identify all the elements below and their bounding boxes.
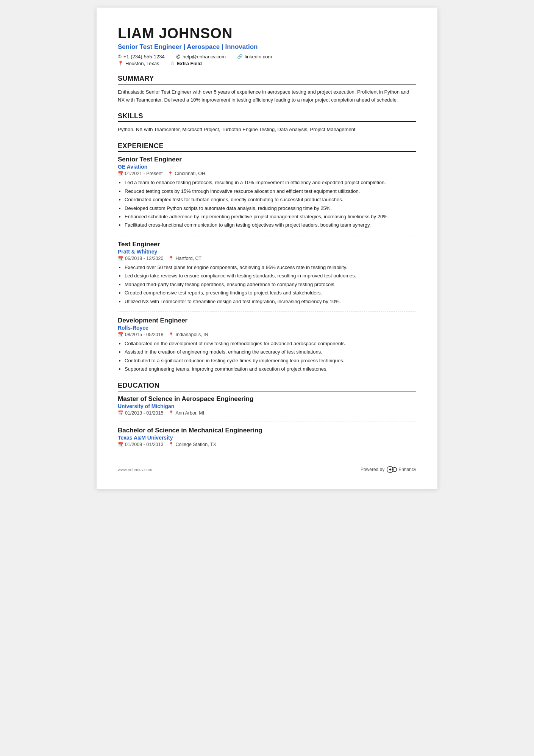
phone-item: ✆ +1-(234)-555-1234 bbox=[118, 54, 165, 59]
location-item: 📍 Houston, Texas bbox=[118, 61, 159, 66]
enhancv-logo: Enhancv bbox=[387, 466, 416, 473]
job-bullets: Executed over 50 test plans for engine c… bbox=[118, 263, 416, 305]
education-title: EDUCATION bbox=[118, 382, 416, 391]
bullet-item: Coordinated complex tests for turbofan e… bbox=[125, 196, 416, 203]
location-text: Houston, Texas bbox=[125, 61, 159, 66]
footer-website: www.enhancv.com bbox=[118, 467, 152, 472]
enhancv-icon bbox=[387, 466, 397, 473]
edu-school: Texas A&M University bbox=[118, 435, 416, 441]
extra-field-label: Extra Field bbox=[176, 61, 201, 66]
linkedin-url: linkedin.com bbox=[245, 54, 272, 59]
education-entry: Master of Science in Aerospace Engineeri… bbox=[118, 395, 416, 421]
skills-section: SKILLS Python, NX with Teamcenter, Micro… bbox=[118, 112, 416, 134]
experience-section: EXPERIENCE Senior Test Engineer GE Aviat… bbox=[118, 142, 416, 373]
location-pin-icon: 📍 bbox=[169, 332, 174, 337]
location-pin-icon: 📍 bbox=[169, 410, 174, 415]
bullet-item: Facilitated cross-functional communicati… bbox=[125, 221, 416, 229]
job-bullets: Collaborated on the development of new t… bbox=[118, 340, 416, 373]
summary-text: Enthusiastic Senior Test Engineer with o… bbox=[118, 88, 416, 104]
edu-degree: Bachelor of Science in Mechanical Engine… bbox=[118, 427, 416, 434]
contact-row-2: 📍 Houston, Texas ☆ Extra Field bbox=[118, 61, 416, 66]
location-pin-icon: 📍 bbox=[169, 442, 174, 447]
bullet-item: Assisted in the creation of engineering … bbox=[125, 348, 416, 356]
location-icon: 📍 bbox=[118, 61, 123, 66]
calendar-icon: 📅 bbox=[118, 410, 123, 416]
job-company: Rolls-Royce bbox=[118, 325, 416, 331]
job-location: 📍 Cincinnati, OH bbox=[168, 171, 205, 176]
edu-dates: 📅 01/2013 - 01/2015 bbox=[118, 410, 163, 416]
candidate-title: Senior Test Engineer | Aerospace | Innov… bbox=[118, 43, 416, 51]
powered-by-text: Powered by bbox=[361, 467, 384, 472]
job-meta: 📅 08/2015 - 05/2018 📍 Indianapolis, IN bbox=[118, 332, 416, 337]
star-icon: ☆ bbox=[170, 61, 175, 66]
bullet-item: Reduced testing costs by 15% through inn… bbox=[125, 187, 416, 195]
summary-title: SUMMARY bbox=[118, 75, 416, 85]
job-meta: 📅 06/2018 - 12/2020 📍 Hartford, CT bbox=[118, 256, 416, 261]
job-dates: 📅 08/2015 - 05/2018 bbox=[118, 332, 163, 337]
bullet-item: Supported engineering teams, improving c… bbox=[125, 365, 416, 373]
contact-row: ✆ +1-(234)-555-1234 @ help@enhancv.com 🔗… bbox=[118, 54, 416, 59]
edu-dates: 📅 01/2009 - 01/2013 bbox=[118, 442, 163, 447]
calendar-icon: 📅 bbox=[118, 256, 123, 261]
bullet-item: Led design take reviews to ensure compli… bbox=[125, 272, 416, 280]
extra-field-item: ☆ Extra Field bbox=[170, 61, 201, 66]
edu-meta: 📅 01/2009 - 01/2013 📍 College Station, T… bbox=[118, 442, 416, 447]
enhancv-brand: Enhancv bbox=[398, 467, 416, 472]
job-role: Development Engineer bbox=[118, 317, 416, 324]
header: LIAM JOHNSON Senior Test Engineer | Aero… bbox=[118, 26, 416, 66]
resume-page: LIAM JOHNSON Senior Test Engineer | Aero… bbox=[97, 8, 437, 489]
bullet-item: Developed custom Python scripts to autom… bbox=[125, 204, 416, 212]
education-entry: Bachelor of Science in Mechanical Engine… bbox=[118, 427, 416, 447]
bullet-item: Enhanced schedule adherence by implement… bbox=[125, 213, 416, 221]
bullet-item: Managed third-party facility testing ope… bbox=[125, 280, 416, 288]
bullet-item: Utilized NX with Teamcenter to streamlin… bbox=[125, 297, 416, 305]
location-pin-icon: 📍 bbox=[169, 256, 174, 261]
experience-container: Senior Test Engineer GE Aviation 📅 01/20… bbox=[118, 156, 416, 373]
calendar-icon: 📅 bbox=[118, 332, 123, 337]
link-icon: 🔗 bbox=[237, 54, 243, 59]
job-meta: 📅 01/2021 - Present 📍 Cincinnati, OH bbox=[118, 171, 416, 176]
bullet-item: Created comprehensive test reports, pres… bbox=[125, 289, 416, 297]
bullet-item: Executed over 50 test plans for engine c… bbox=[125, 263, 416, 271]
footer-logo: Powered by Enhancv bbox=[361, 466, 416, 473]
job-role: Senior Test Engineer bbox=[118, 156, 416, 163]
job-role: Test Engineer bbox=[118, 241, 416, 248]
experience-entry: Test Engineer Pratt & Whitney 📅 06/2018 … bbox=[118, 241, 416, 311]
education-container: Master of Science in Aerospace Engineeri… bbox=[118, 395, 416, 447]
edu-location: 📍 College Station, TX bbox=[169, 442, 216, 447]
education-section: EDUCATION Master of Science in Aerospace… bbox=[118, 382, 416, 447]
phone-number: +1-(234)-555-1234 bbox=[123, 54, 165, 59]
experience-entry: Development Engineer Rolls-Royce 📅 08/20… bbox=[118, 317, 416, 373]
experience-entry: Senior Test Engineer GE Aviation 📅 01/20… bbox=[118, 156, 416, 235]
calendar-icon: 📅 bbox=[118, 442, 123, 447]
candidate-name: LIAM JOHNSON bbox=[118, 26, 416, 42]
bullet-item: Collaborated on the development of new t… bbox=[125, 340, 416, 347]
skills-text: Python, NX with Teamcenter, Microsoft Pr… bbox=[118, 126, 416, 134]
job-dates: 📅 01/2021 - Present bbox=[118, 171, 162, 176]
job-company: GE Aviation bbox=[118, 164, 416, 170]
location-pin-icon: 📍 bbox=[168, 171, 173, 176]
email-item: @ help@enhancv.com bbox=[176, 54, 226, 59]
calendar-icon: 📅 bbox=[118, 171, 123, 176]
summary-section: SUMMARY Enthusiastic Senior Test Enginee… bbox=[118, 75, 416, 104]
skills-title: SKILLS bbox=[118, 112, 416, 122]
phone-icon: ✆ bbox=[118, 54, 122, 59]
edu-degree: Master of Science in Aerospace Engineeri… bbox=[118, 395, 416, 403]
email-icon: @ bbox=[176, 54, 181, 59]
edu-location: 📍 Ann Arbor, MI bbox=[169, 410, 204, 416]
email-address: help@enhancv.com bbox=[183, 54, 226, 59]
job-dates: 📅 06/2018 - 12/2020 bbox=[118, 256, 163, 261]
bullet-item: Led a team to enhance testing protocols,… bbox=[125, 178, 416, 186]
experience-title: EXPERIENCE bbox=[118, 142, 416, 152]
job-location: 📍 Indianapolis, IN bbox=[169, 332, 208, 337]
edu-meta: 📅 01/2013 - 01/2015 📍 Ann Arbor, MI bbox=[118, 410, 416, 416]
job-location: 📍 Hartford, CT bbox=[169, 256, 201, 261]
job-bullets: Led a team to enhance testing protocols,… bbox=[118, 178, 416, 229]
footer: www.enhancv.com Powered by Enhancv bbox=[118, 462, 416, 473]
bullet-item: Contributed to a significant reduction i… bbox=[125, 357, 416, 365]
linkedin-item[interactable]: 🔗 linkedin.com bbox=[237, 54, 272, 59]
job-company: Pratt & Whitney bbox=[118, 249, 416, 255]
edu-school: University of Michigan bbox=[118, 403, 416, 409]
